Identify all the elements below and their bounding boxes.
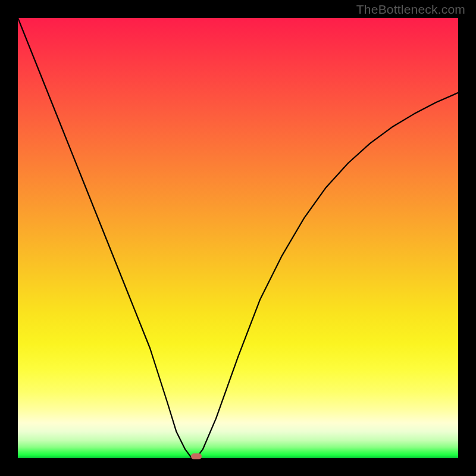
chart-container: TheBottleneck.com xyxy=(0,0,476,476)
plot-area xyxy=(18,18,458,458)
optimal-point-marker xyxy=(191,453,202,459)
watermark-text: TheBottleneck.com xyxy=(356,2,465,17)
bottleneck-curve xyxy=(18,18,458,458)
